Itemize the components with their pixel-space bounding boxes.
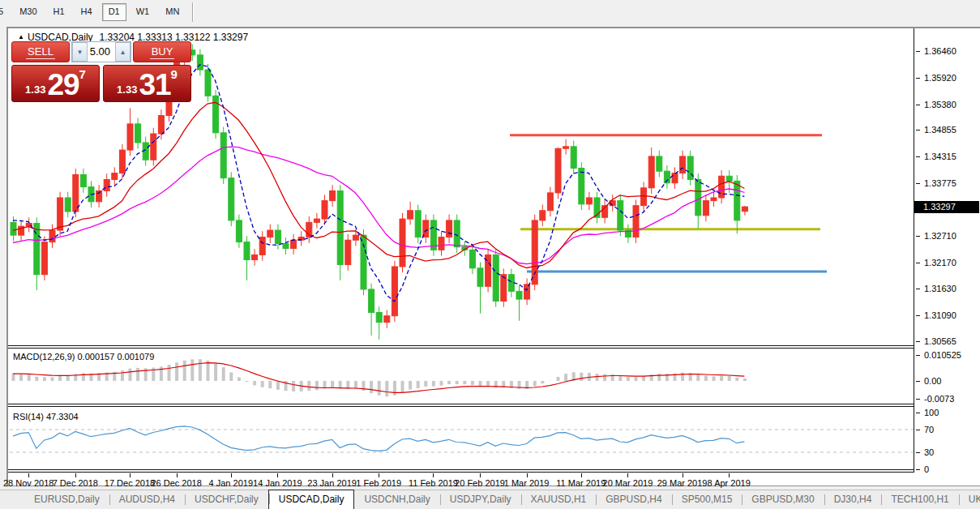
- collapse-icon[interactable]: ▲: [18, 33, 24, 41]
- price-axis-label: 1.32170: [924, 258, 956, 267]
- candle-body: [641, 188, 647, 206]
- moving-average-line: [13, 102, 744, 267]
- timeframe-button-5[interactable]: 5: [0, 3, 10, 21]
- chart-tab-audusd[interactable]: AUDUSD,H4: [109, 491, 185, 509]
- candle-body: [726, 176, 732, 181]
- date-axis-label: 20 Feb 2019: [455, 478, 505, 488]
- date-axis-label: 14 Jan 2019: [253, 478, 302, 488]
- date-axis-label: 17 Dec 2018: [105, 478, 155, 488]
- date-tick: [28, 473, 29, 477]
- chart-tab-tech100[interactable]: TECH100,H1: [881, 491, 958, 509]
- volume-field[interactable]: 5.00: [88, 42, 115, 62]
- date-axis-label: 4 Jan 2019: [209, 478, 253, 488]
- date-tick: [379, 473, 379, 477]
- candle-body: [267, 230, 273, 237]
- panel-separator[interactable]: [8, 404, 914, 404]
- panel-separator[interactable]: [8, 469, 914, 470]
- date-axis-label: 28 Nov 2018: [3, 478, 53, 488]
- candle-body: [252, 254, 258, 259]
- candle-body: [633, 206, 639, 237]
- chart-tab-usdjpy[interactable]: USDJPY,Daily: [440, 491, 521, 509]
- buy-button[interactable]: BUY: [133, 41, 191, 62]
- candle-body: [369, 289, 374, 313]
- date-axis-label: 8 Apr 2019: [708, 478, 751, 488]
- sell-price-display[interactable]: 1.33297: [11, 65, 100, 102]
- date-tick: [480, 473, 481, 477]
- candle-body: [229, 178, 234, 220]
- panel-separator: [8, 406, 914, 407]
- chart-tab-uko[interactable]: UKO: [959, 491, 980, 509]
- candle-body: [555, 148, 561, 193]
- price-axis-label: 1.35920: [924, 73, 956, 83]
- price-axis-label: 1.35380: [924, 100, 956, 109]
- candle-body: [337, 190, 343, 264]
- timeframe-button-h1[interactable]: H1: [47, 3, 71, 21]
- candle-body: [65, 198, 71, 212]
- chart-tab-sp500[interactable]: SP500,M15: [672, 491, 742, 509]
- chart-tab-eurusd[interactable]: EURUSD,Daily: [24, 491, 109, 509]
- timeframe-button-m30[interactable]: M30: [13, 3, 43, 21]
- candle-body: [104, 180, 109, 191]
- date-axis-label: 29 Mar 2019: [657, 478, 708, 488]
- candle-body: [547, 193, 553, 211]
- chart-tab-usdchf[interactable]: USDCHF,Daily: [185, 491, 268, 509]
- candle-body: [112, 173, 118, 180]
- date-axis-label: 26 Dec 2018: [151, 478, 201, 488]
- date-axis-label: 11 Mar 2019: [556, 478, 606, 488]
- candle-body: [236, 220, 242, 242]
- candle-body: [322, 201, 327, 219]
- date-tick: [433, 473, 434, 477]
- rsi-axis-label: 30: [924, 447, 934, 457]
- candle-body: [579, 169, 584, 204]
- candle-body: [400, 219, 405, 267]
- candle-body: [447, 220, 452, 237]
- panel-separator[interactable]: [8, 345, 914, 346]
- candle-body: [680, 156, 686, 173]
- candle-body: [220, 133, 226, 178]
- price-axis-label: 1.32710: [924, 231, 956, 241]
- price-axis-label: 1.33775: [924, 178, 956, 188]
- candle-body: [734, 181, 740, 220]
- chart-tab-gbpusd[interactable]: GBPUSD,M30: [742, 491, 824, 509]
- timeframe-button-d1[interactable]: D1: [102, 3, 126, 21]
- sell-button[interactable]: SELL: [11, 41, 70, 62]
- candle-body: [58, 198, 63, 230]
- chart-tab-gbpusd[interactable]: GBPUSD,H4: [596, 491, 671, 509]
- candle-body: [657, 156, 662, 171]
- date-tick: [75, 473, 76, 477]
- candle-body: [49, 230, 55, 242]
- candle-body: [540, 211, 546, 220]
- panel-separator: [8, 472, 914, 473]
- chart-tab-usdcnh[interactable]: USDCNH,Daily: [354, 491, 439, 509]
- candle-body: [664, 171, 670, 183]
- candle-body: [291, 240, 297, 248]
- timeframe-button-w1[interactable]: W1: [130, 3, 156, 21]
- chart-tab-dj30[interactable]: DJ30,H4: [824, 491, 882, 509]
- chart-tab-xauusd[interactable]: XAUUSD,H1: [521, 491, 597, 509]
- candle-body: [135, 124, 141, 143]
- date-tick: [177, 473, 178, 477]
- rsi-plot[interactable]: [10, 409, 914, 469]
- timeframe-button-h4[interactable]: H4: [75, 3, 99, 21]
- current-price-badge: 1.33297: [914, 201, 979, 213]
- candle-body: [11, 222, 16, 235]
- price-axis-label: 1.31630: [924, 284, 956, 293]
- arrow-up-icon: ▲: [120, 49, 126, 56]
- candle-body: [384, 316, 390, 323]
- macd-axis-label: 0.00: [924, 376, 941, 386]
- buy-price-display[interactable]: 1.33319: [103, 65, 191, 102]
- date-axis-label: 20 Mar 2019: [603, 478, 653, 488]
- volume-increase-button[interactable]: ▲: [115, 42, 131, 62]
- candle-body: [119, 150, 125, 173]
- candle-body: [563, 147, 569, 148]
- date-tick: [332, 473, 333, 477]
- date-axis-label: 23 Jan 2019: [307, 478, 357, 488]
- date-axis-label: 7 Dec 2018: [53, 478, 98, 488]
- date-tick: [231, 473, 232, 477]
- chart-tab-usdcad[interactable]: USDCAD,Daily: [268, 490, 355, 509]
- candle-body: [283, 243, 289, 248]
- timeframe-button-mn[interactable]: MN: [159, 3, 186, 21]
- candle-body: [415, 211, 421, 237]
- volume-decrease-button[interactable]: ▼: [72, 42, 88, 62]
- macd-axis-label: -0.0073: [924, 394, 954, 404]
